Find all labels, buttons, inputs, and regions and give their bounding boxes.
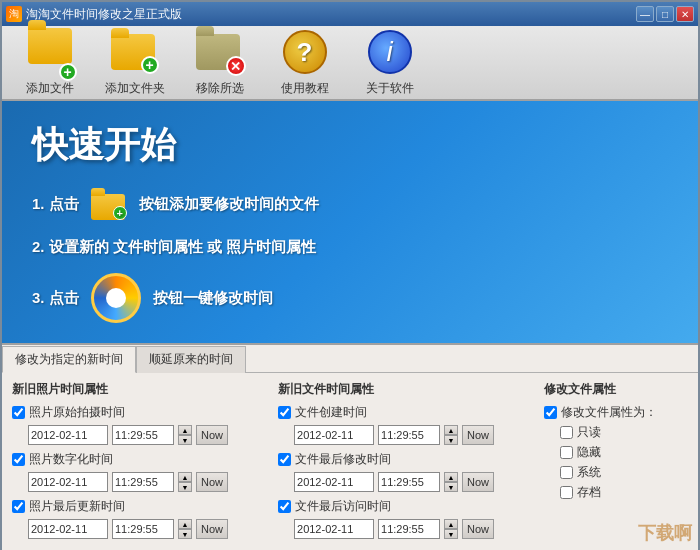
- file-spin-1: ▲ ▼: [444, 425, 458, 445]
- photo-row-1-date: ▲ ▼ Now: [28, 425, 228, 445]
- file-row-1-checkbox: 文件创建时间: [278, 404, 494, 421]
- photo-checkbox-2[interactable]: [12, 453, 25, 466]
- photo-now-2[interactable]: Now: [196, 472, 228, 492]
- step1-folder-icon: +: [91, 186, 127, 222]
- photo-spin-down-2[interactable]: ▼: [178, 482, 192, 492]
- title-bar: 淘 淘淘文件时间修改之星正式版 — □ ✕: [2, 2, 698, 26]
- file-section: 新旧文件时间属性 文件创建时间 ▲ ▼ Now: [278, 381, 494, 545]
- photo-row-1-checkbox: 照片原始拍摄时间: [12, 404, 228, 421]
- attr-archive-label: 存档: [577, 484, 601, 501]
- tutorial-button[interactable]: ? 使用教程: [267, 28, 342, 97]
- photo-time-1[interactable]: [112, 425, 174, 445]
- attr-readonly-row: 只读: [560, 424, 684, 441]
- step3-suffix: 按钮一键修改时间: [153, 289, 273, 308]
- attr-system-label: 系统: [577, 464, 601, 481]
- photo-label-1: 照片原始拍摄时间: [29, 404, 125, 421]
- window-controls: — □ ✕: [636, 6, 694, 22]
- step3-prefix: 3. 点击: [32, 289, 79, 308]
- photo-spin-down-3[interactable]: ▼: [178, 529, 192, 539]
- photo-now-3[interactable]: Now: [196, 519, 228, 539]
- minimize-button[interactable]: —: [636, 6, 654, 22]
- photo-spin-up-1[interactable]: ▲: [178, 425, 192, 435]
- photo-row-3-checkbox: 照片最后更新时间: [12, 498, 228, 515]
- attr-readonly-checkbox[interactable]: [560, 426, 573, 439]
- close-button[interactable]: ✕: [676, 6, 694, 22]
- remove-button[interactable]: ✕ 移除所选: [182, 28, 257, 97]
- about-label: 关于软件: [366, 80, 414, 97]
- file-spin-down-1[interactable]: ▼: [444, 435, 458, 445]
- about-button[interactable]: i 关于软件: [352, 28, 427, 97]
- file-spin-down-2[interactable]: ▼: [444, 482, 458, 492]
- file-spin-up-1[interactable]: ▲: [444, 425, 458, 435]
- file-label-1: 文件创建时间: [295, 404, 367, 421]
- photo-spin-up-3[interactable]: ▲: [178, 519, 192, 529]
- photo-time-3[interactable]: [112, 519, 174, 539]
- add-folder-button[interactable]: + 添加文件夹: [97, 28, 172, 97]
- file-now-2[interactable]: Now: [462, 472, 494, 492]
- attr-hidden-checkbox[interactable]: [560, 446, 573, 459]
- photo-now-1[interactable]: Now: [196, 425, 228, 445]
- tab-extend-time[interactable]: 顺延原来的时间: [136, 346, 246, 373]
- step2-row: 2. 设置新的 文件时间属性 或 照片时间属性: [32, 238, 668, 257]
- file-time-1[interactable]: [378, 425, 440, 445]
- tutorial-label: 使用教程: [281, 80, 329, 97]
- file-row-3-date: ▲ ▼ Now: [294, 519, 494, 539]
- remove-label: 移除所选: [196, 80, 244, 97]
- tabs-row: 修改为指定的新时间 顺延原来的时间: [2, 345, 698, 373]
- photo-date-1[interactable]: [28, 425, 108, 445]
- photo-row-2-checkbox: 照片数字化时间: [12, 451, 228, 468]
- attr-system-checkbox[interactable]: [560, 466, 573, 479]
- file-label-2: 文件最后修改时间: [295, 451, 391, 468]
- remove-icon: ✕: [196, 28, 244, 76]
- photo-section-title: 新旧照片时间属性: [12, 381, 228, 398]
- toolbar: + 添加文件 + 添加文件夹 ✕: [2, 26, 698, 101]
- window-title: 淘淘文件时间修改之星正式版: [26, 6, 182, 23]
- file-time-2[interactable]: [378, 472, 440, 492]
- tab-content: 新旧照片时间属性 照片原始拍摄时间 ▲ ▼ Now: [2, 373, 698, 550]
- photo-checkbox-3[interactable]: [12, 500, 25, 513]
- file-checkbox-1[interactable]: [278, 406, 291, 419]
- maximize-button[interactable]: □: [656, 6, 674, 22]
- file-row-1-date: ▲ ▼ Now: [294, 425, 494, 445]
- file-now-1[interactable]: Now: [462, 425, 494, 445]
- photo-section: 新旧照片时间属性 照片原始拍摄时间 ▲ ▼ Now: [12, 381, 228, 545]
- file-checkbox-3[interactable]: [278, 500, 291, 513]
- photo-date-3[interactable]: [28, 519, 108, 539]
- file-date-2[interactable]: [294, 472, 374, 492]
- file-checkbox-2[interactable]: [278, 453, 291, 466]
- attr-archive-checkbox[interactable]: [560, 486, 573, 499]
- photo-checkbox-1[interactable]: [12, 406, 25, 419]
- bottom-panel: 修改为指定的新时间 顺延原来的时间 新旧照片时间属性 照片原始拍摄时间 ▲ ▼: [2, 343, 698, 550]
- photo-spin-2: ▲ ▼: [178, 472, 192, 492]
- step1-prefix: 1. 点击: [32, 195, 79, 214]
- file-now-3[interactable]: Now: [462, 519, 494, 539]
- photo-time-2[interactable]: [112, 472, 174, 492]
- photo-label-3: 照片最后更新时间: [29, 498, 125, 515]
- attr-main-checkbox[interactable]: [544, 406, 557, 419]
- file-spin-down-3[interactable]: ▼: [444, 529, 458, 539]
- file-spin-up-2[interactable]: ▲: [444, 472, 458, 482]
- step3-row: 3. 点击 按钮一键修改时间: [32, 273, 668, 323]
- file-spin-up-3[interactable]: ▲: [444, 519, 458, 529]
- quickstart-panel: 快速开始 1. 点击 + 按钮添加要修改时间的文件 2. 设置新的 文件时间属性…: [2, 101, 698, 343]
- photo-date-2[interactable]: [28, 472, 108, 492]
- attr-main-label: 修改文件属性为：: [561, 404, 657, 421]
- file-time-3[interactable]: [378, 519, 440, 539]
- step1-row: 1. 点击 + 按钮添加要修改时间的文件: [32, 186, 668, 222]
- file-date-1[interactable]: [294, 425, 374, 445]
- add-folder-label: 添加文件夹: [105, 80, 165, 97]
- photo-row-2-date: ▲ ▼ Now: [28, 472, 228, 492]
- attr-hidden-label: 隐藏: [577, 444, 601, 461]
- tab-new-time[interactable]: 修改为指定的新时间: [2, 346, 136, 373]
- step2-text: 2. 设置新的 文件时间属性 或 照片时间属性: [32, 238, 316, 257]
- quickstart-title: 快速开始: [32, 121, 668, 170]
- attr-hidden-row: 隐藏: [560, 444, 684, 461]
- add-file-button[interactable]: + 添加文件: [12, 28, 87, 97]
- attr-readonly-label: 只读: [577, 424, 601, 441]
- photo-spin-up-2[interactable]: ▲: [178, 472, 192, 482]
- add-file-icon: +: [26, 28, 74, 76]
- app-icon: 淘: [6, 6, 22, 22]
- photo-spin-down-1[interactable]: ▼: [178, 435, 192, 445]
- file-date-3[interactable]: [294, 519, 374, 539]
- info-icon: i: [366, 28, 414, 76]
